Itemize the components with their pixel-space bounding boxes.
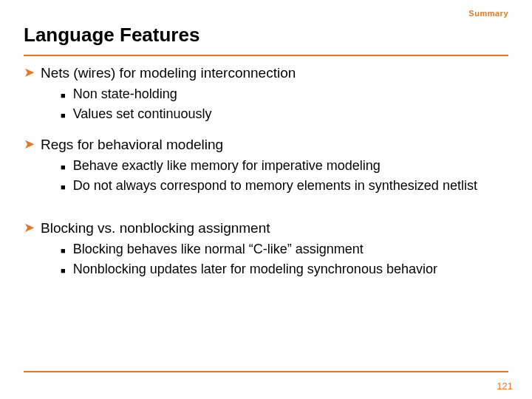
bullet-l2: ■ Blocking behaves like normal “C-like” … [61,241,502,258]
bullet-text: Nets (wires) for modeling interconnectio… [41,65,296,81]
bullet-l2: ■ Do not always correspond to memory ele… [61,177,502,194]
chevron-right-icon: ➤ [24,137,35,153]
square-bullet-icon: ■ [61,182,66,192]
bullet-text: Regs for behavioral modeling [41,137,223,153]
bullet-l1: ➤ Regs for behavioral modeling [24,137,502,153]
bullet-l1: ➤ Nets (wires) for modeling interconnect… [24,65,502,81]
bullet-text: Do not always correspond to memory eleme… [73,177,477,194]
page-title: Language Features [24,24,200,47]
chevron-right-icon: ➤ [24,65,35,81]
section-label: Summary [468,9,508,18]
square-bullet-icon: ■ [61,162,66,172]
bullet-text: Nonblocking updates later for modeling s… [73,261,437,278]
bullet-l2: ■ Values set continuously [61,106,502,123]
square-bullet-icon: ■ [61,110,66,120]
square-bullet-icon: ■ [61,90,66,100]
bullet-text: Blocking behaves like normal “C-like” as… [73,241,364,258]
bullet-l2: ■ Non state-holding [61,86,502,103]
content-area: ➤ Nets (wires) for modeling interconnect… [24,65,502,281]
bullet-text: Behave exactly like memory for imperativ… [73,157,381,174]
divider-bottom [24,371,508,372]
page-number: 121 [497,381,513,392]
square-bullet-icon: ■ [61,245,66,256]
bullet-text: Non state-holding [73,86,177,103]
bullet-l2: ■ Behave exactly like memory for imperat… [61,157,502,174]
bullet-text: Blocking vs. nonblocking assignment [41,220,270,236]
bullet-text: Values set continuously [73,106,212,123]
bullet-l1: ➤ Blocking vs. nonblocking assignment [24,220,502,236]
square-bullet-icon: ■ [61,265,66,276]
divider-top [24,55,508,56]
chevron-right-icon: ➤ [24,220,35,236]
bullet-l2: ■ Nonblocking updates later for modeling… [61,261,502,278]
